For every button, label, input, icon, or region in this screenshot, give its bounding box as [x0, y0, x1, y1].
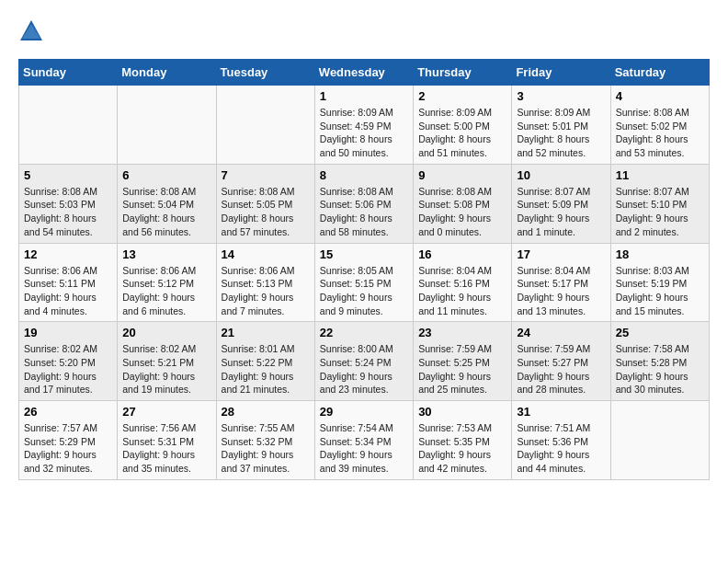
day-number: 26: [24, 405, 112, 419]
calendar-cell: 1Sunrise: 8:09 AM Sunset: 4:59 PM Daylig…: [314, 86, 413, 165]
week-row-4: 19Sunrise: 8:02 AM Sunset: 5:20 PM Dayli…: [19, 322, 710, 401]
calendar-cell: 25Sunrise: 7:58 AM Sunset: 5:28 PM Dayli…: [610, 322, 709, 401]
week-row-2: 5Sunrise: 8:08 AM Sunset: 5:03 PM Daylig…: [19, 164, 710, 243]
calendar-cell: 17Sunrise: 8:04 AM Sunset: 5:17 PM Dayli…: [512, 243, 610, 322]
day-info: Sunrise: 8:08 AM Sunset: 5:04 PM Dayligh…: [122, 185, 210, 239]
calendar-cell: 19Sunrise: 8:02 AM Sunset: 5:20 PM Dayli…: [19, 322, 118, 401]
calendar-cell: 28Sunrise: 7:55 AM Sunset: 5:32 PM Dayli…: [216, 401, 314, 480]
calendar-cell: 22Sunrise: 8:00 AM Sunset: 5:24 PM Dayli…: [314, 322, 413, 401]
calendar-cell: 21Sunrise: 8:01 AM Sunset: 5:22 PM Dayli…: [216, 322, 314, 401]
calendar-cell: 12Sunrise: 8:06 AM Sunset: 5:11 PM Dayli…: [19, 243, 118, 322]
calendar-cell: 26Sunrise: 7:57 AM Sunset: 5:29 PM Dayli…: [19, 401, 118, 480]
day-number: 7: [222, 168, 310, 182]
day-number: 19: [24, 326, 112, 339]
day-number: 23: [418, 326, 506, 339]
calendar-cell: 7Sunrise: 8:08 AM Sunset: 5:05 PM Daylig…: [216, 164, 314, 243]
day-info: Sunrise: 8:04 AM Sunset: 5:16 PM Dayligh…: [418, 264, 506, 318]
day-info: Sunrise: 8:07 AM Sunset: 5:09 PM Dayligh…: [517, 185, 605, 239]
day-number: 24: [517, 326, 605, 339]
calendar-cell: 30Sunrise: 7:53 AM Sunset: 5:35 PM Dayli…: [414, 401, 512, 480]
day-number: 6: [122, 168, 210, 182]
day-info: Sunrise: 8:08 AM Sunset: 5:02 PM Dayligh…: [616, 106, 704, 160]
day-number: 22: [320, 326, 408, 339]
header-day-monday: Monday: [118, 60, 216, 86]
day-number: 20: [122, 326, 210, 339]
header-day-tuesday: Tuesday: [216, 60, 314, 86]
calendar-cell: 9Sunrise: 8:08 AM Sunset: 5:08 PM Daylig…: [414, 164, 512, 243]
day-info: Sunrise: 7:55 AM Sunset: 5:32 PM Dayligh…: [222, 421, 310, 476]
day-number: 15: [320, 247, 408, 261]
day-info: Sunrise: 8:06 AM Sunset: 5:12 PM Dayligh…: [122, 264, 210, 318]
day-info: Sunrise: 8:02 AM Sunset: 5:20 PM Dayligh…: [24, 342, 112, 396]
calendar-cell: 6Sunrise: 8:08 AM Sunset: 5:04 PM Daylig…: [118, 164, 216, 243]
day-number: 13: [122, 247, 210, 261]
day-number: 29: [320, 405, 408, 419]
calendar-cell: 15Sunrise: 8:05 AM Sunset: 5:15 PM Dayli…: [314, 243, 413, 322]
header-day-sunday: Sunday: [19, 60, 118, 86]
day-info: Sunrise: 8:06 AM Sunset: 5:11 PM Dayligh…: [24, 264, 112, 318]
day-info: Sunrise: 8:05 AM Sunset: 5:15 PM Dayligh…: [320, 264, 408, 318]
svg-marker-1: [22, 24, 40, 39]
day-number: 1: [320, 89, 408, 103]
calendar-cell: 11Sunrise: 8:07 AM Sunset: 5:10 PM Dayli…: [610, 164, 709, 243]
day-number: 11: [616, 168, 704, 182]
day-info: Sunrise: 8:07 AM Sunset: 5:10 PM Dayligh…: [616, 185, 704, 239]
day-info: Sunrise: 7:59 AM Sunset: 5:27 PM Dayligh…: [517, 342, 605, 396]
calendar-cell: [19, 86, 118, 165]
calendar-cell: 23Sunrise: 7:59 AM Sunset: 5:25 PM Dayli…: [414, 322, 512, 401]
day-number: 4: [616, 89, 704, 103]
calendar-cell: 2Sunrise: 8:09 AM Sunset: 5:00 PM Daylig…: [414, 86, 512, 165]
header-row: SundayMondayTuesdayWednesdayThursdayFrid…: [19, 60, 710, 86]
calendar-cell: 29Sunrise: 7:54 AM Sunset: 5:34 PM Dayli…: [314, 401, 413, 480]
calendar-cell: 8Sunrise: 8:08 AM Sunset: 5:06 PM Daylig…: [314, 164, 413, 243]
day-info: Sunrise: 8:06 AM Sunset: 5:13 PM Dayligh…: [222, 264, 310, 318]
week-row-1: 1Sunrise: 8:09 AM Sunset: 4:59 PM Daylig…: [19, 86, 710, 165]
day-number: 2: [418, 89, 506, 103]
day-number: 30: [418, 405, 506, 419]
logo: [18, 18, 48, 44]
calendar-cell: 31Sunrise: 7:51 AM Sunset: 5:36 PM Dayli…: [512, 401, 610, 480]
calendar-cell: 14Sunrise: 8:06 AM Sunset: 5:13 PM Dayli…: [216, 243, 314, 322]
day-number: 16: [418, 247, 506, 261]
day-info: Sunrise: 7:57 AM Sunset: 5:29 PM Dayligh…: [24, 421, 112, 476]
calendar-cell: 5Sunrise: 8:08 AM Sunset: 5:03 PM Daylig…: [19, 164, 118, 243]
calendar-cell: [118, 86, 216, 165]
day-info: Sunrise: 8:08 AM Sunset: 5:05 PM Dayligh…: [222, 185, 310, 239]
day-info: Sunrise: 8:08 AM Sunset: 5:03 PM Dayligh…: [24, 185, 112, 239]
header-day-friday: Friday: [512, 60, 610, 86]
day-number: 25: [616, 326, 704, 339]
day-number: 18: [616, 247, 704, 261]
day-info: Sunrise: 8:09 AM Sunset: 5:01 PM Dayligh…: [517, 106, 605, 160]
day-info: Sunrise: 7:56 AM Sunset: 5:31 PM Dayligh…: [122, 421, 210, 476]
calendar-cell: 20Sunrise: 8:02 AM Sunset: 5:21 PM Dayli…: [118, 322, 216, 401]
day-info: Sunrise: 8:03 AM Sunset: 5:19 PM Dayligh…: [616, 264, 704, 318]
calendar-cell: 3Sunrise: 8:09 AM Sunset: 5:01 PM Daylig…: [512, 86, 610, 165]
day-info: Sunrise: 7:58 AM Sunset: 5:28 PM Dayligh…: [616, 342, 704, 396]
day-info: Sunrise: 8:01 AM Sunset: 5:22 PM Dayligh…: [222, 342, 310, 396]
day-number: 5: [24, 168, 112, 182]
calendar-cell: 10Sunrise: 8:07 AM Sunset: 5:09 PM Dayli…: [512, 164, 610, 243]
day-info: Sunrise: 7:53 AM Sunset: 5:35 PM Dayligh…: [418, 421, 506, 476]
day-number: 10: [517, 168, 605, 182]
day-number: 3: [517, 89, 605, 103]
calendar-cell: [610, 401, 709, 480]
week-row-5: 26Sunrise: 7:57 AM Sunset: 5:29 PM Dayli…: [19, 401, 710, 480]
day-info: Sunrise: 7:59 AM Sunset: 5:25 PM Dayligh…: [418, 342, 506, 396]
calendar-cell: 27Sunrise: 7:56 AM Sunset: 5:31 PM Dayli…: [118, 401, 216, 480]
day-number: 8: [320, 168, 408, 182]
day-info: Sunrise: 8:00 AM Sunset: 5:24 PM Dayligh…: [320, 342, 408, 396]
day-info: Sunrise: 8:08 AM Sunset: 5:06 PM Dayligh…: [320, 185, 408, 239]
calendar-cell: [216, 86, 314, 165]
calendar-cell: 18Sunrise: 8:03 AM Sunset: 5:19 PM Dayli…: [610, 243, 709, 322]
day-number: 17: [517, 247, 605, 261]
day-info: Sunrise: 8:08 AM Sunset: 5:08 PM Dayligh…: [418, 185, 506, 239]
calendar-cell: 24Sunrise: 7:59 AM Sunset: 5:27 PM Dayli…: [512, 322, 610, 401]
day-number: 21: [222, 326, 310, 339]
day-info: Sunrise: 8:04 AM Sunset: 5:17 PM Dayligh…: [517, 264, 605, 318]
header-day-thursday: Thursday: [414, 60, 512, 86]
day-info: Sunrise: 7:54 AM Sunset: 5:34 PM Dayligh…: [320, 421, 408, 476]
day-info: Sunrise: 7:51 AM Sunset: 5:36 PM Dayligh…: [517, 421, 605, 476]
day-number: 27: [122, 405, 210, 419]
day-number: 14: [222, 247, 310, 261]
day-number: 28: [222, 405, 310, 419]
